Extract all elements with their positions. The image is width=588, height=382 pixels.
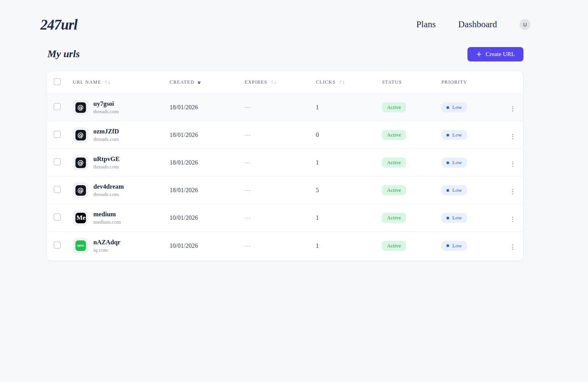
table-row[interactable]: @ uy7gsoi threads.com 18/01/2026 --- 1 A… bbox=[47, 94, 523, 121]
status-badge: Active bbox=[382, 185, 406, 195]
priority-dot-icon bbox=[446, 161, 449, 164]
status-cell: Active bbox=[382, 241, 441, 251]
status-cell: Active bbox=[382, 158, 441, 168]
url-cell: Me medium medium.com bbox=[73, 210, 170, 226]
created-date: 18/01/2026 bbox=[170, 131, 245, 138]
table-row[interactable]: @ ozmJZfD threads.com 18/01/2026 --- 0 A… bbox=[47, 121, 523, 149]
url-name[interactable]: ozmJZfD bbox=[93, 128, 119, 135]
column-header-status[interactable]: STATUS bbox=[382, 79, 441, 85]
column-header-url-name[interactable]: URL NAME ↑↓ bbox=[73, 79, 170, 85]
created-date: 10/01/2026 bbox=[170, 214, 245, 221]
site-favicon-icon: @ bbox=[75, 130, 86, 140]
status-cell: Active bbox=[382, 130, 441, 140]
url-name[interactable]: nAZAdqr bbox=[93, 238, 121, 246]
created-date: 18/01/2026 bbox=[170, 159, 245, 166]
favicon-container: Me bbox=[73, 210, 88, 226]
actions-cell bbox=[510, 157, 523, 168]
priority-dot-icon bbox=[446, 244, 449, 247]
kebab-menu-icon[interactable] bbox=[510, 132, 516, 141]
plus-icon: + bbox=[476, 51, 481, 58]
url-name[interactable]: uRtpvGE bbox=[93, 155, 120, 163]
row-checkbox[interactable] bbox=[54, 158, 61, 165]
actions-cell bbox=[510, 212, 523, 224]
table-row[interactable]: @ dev4dream threads.com 18/01/2026 --- 5… bbox=[47, 177, 523, 204]
created-date: 18/01/2026 bbox=[170, 187, 245, 194]
create-url-label: Create URL bbox=[486, 51, 515, 58]
top-bar: 247url PlansDashboard U bbox=[0, 0, 588, 37]
kebab-menu-icon[interactable] bbox=[510, 215, 516, 224]
priority-label: Low bbox=[452, 104, 462, 110]
row-checkbox-cell bbox=[54, 242, 73, 250]
user-avatar[interactable]: U bbox=[520, 19, 530, 30]
chevron-down-icon: ∨ bbox=[197, 80, 201, 85]
priority-badge: Low bbox=[441, 213, 467, 223]
url-name[interactable]: uy7gsoi bbox=[93, 100, 119, 108]
clicks-count: 1 bbox=[316, 214, 382, 221]
url-domain: threads.com bbox=[93, 136, 119, 142]
favicon-container: @ bbox=[73, 100, 88, 115]
page-title: My urls bbox=[47, 48, 80, 60]
created-date: 18/01/2026 bbox=[170, 104, 245, 111]
select-all-checkbox[interactable] bbox=[54, 78, 61, 85]
favicon-container: iQIYI bbox=[73, 238, 88, 254]
expires-value: --- bbox=[245, 104, 316, 110]
expires-value: --- bbox=[245, 132, 316, 138]
column-header-clicks[interactable]: CLICKS ↑↓ bbox=[316, 79, 382, 85]
row-checkbox[interactable] bbox=[54, 214, 61, 221]
table-row[interactable]: iQIYI nAZAdqr iq.com 10/01/2026 --- 1 Ac… bbox=[47, 232, 523, 259]
row-checkbox[interactable] bbox=[54, 131, 61, 138]
url-domain: threads.com bbox=[93, 164, 120, 170]
column-header-expires[interactable]: EXPIRES ↑↓ bbox=[245, 79, 316, 85]
brand-logo[interactable]: 247url bbox=[40, 16, 77, 33]
kebab-menu-icon[interactable] bbox=[510, 105, 516, 113]
favicon-container: @ bbox=[73, 127, 88, 143]
priority-badge: Low bbox=[441, 185, 467, 195]
table-row[interactable]: @ uRtpvGE threads.com 18/01/2026 --- 1 A… bbox=[47, 149, 523, 177]
status-cell: Active bbox=[382, 213, 441, 223]
site-favicon-icon: iQIYI bbox=[75, 240, 86, 251]
url-cell: @ dev4dream threads.com bbox=[73, 182, 170, 198]
column-header-created[interactable]: CREATED ∨ bbox=[170, 79, 245, 85]
clicks-count: 5 bbox=[316, 187, 382, 194]
status-badge: Active bbox=[382, 102, 406, 112]
kebab-menu-icon[interactable] bbox=[510, 160, 516, 168]
url-cell: @ uRtpvGE threads.com bbox=[73, 155, 170, 170]
row-checkbox-cell bbox=[54, 214, 73, 222]
row-checkbox[interactable] bbox=[54, 186, 61, 193]
favicon-container: @ bbox=[73, 155, 88, 170]
table-row[interactable]: Me medium medium.com 10/01/2026 --- 1 Ac… bbox=[47, 204, 523, 232]
column-header-priority[interactable]: PRIORITY bbox=[441, 79, 510, 85]
expires-value: --- bbox=[245, 243, 316, 249]
status-badge: Active bbox=[382, 158, 406, 168]
actions-cell bbox=[510, 185, 523, 196]
expires-value: --- bbox=[245, 215, 316, 221]
status-badge: Active bbox=[382, 241, 406, 251]
kebab-menu-icon[interactable] bbox=[510, 243, 516, 251]
urls-table-card: URL NAME ↑↓ CREATED ∨ EXPIRES ↑↓ CLICKS … bbox=[47, 71, 523, 261]
favicon-container: @ bbox=[73, 182, 88, 198]
column-header-label: URL NAME bbox=[73, 79, 101, 85]
priority-dot-icon bbox=[446, 217, 449, 219]
expires-value: --- bbox=[245, 187, 316, 193]
priority-badge: Low bbox=[441, 241, 467, 251]
kebab-menu-icon[interactable] bbox=[510, 187, 516, 196]
row-checkbox-cell bbox=[54, 158, 73, 167]
status-badge: Active bbox=[382, 213, 406, 223]
nav-item-plans[interactable]: Plans bbox=[416, 19, 436, 30]
column-header-label: CREATED bbox=[170, 79, 194, 85]
actions-cell bbox=[510, 240, 523, 251]
status-cell: Active bbox=[382, 102, 441, 112]
sort-arrows-icon: ↑↓ bbox=[270, 80, 276, 85]
priority-dot-icon bbox=[446, 106, 449, 109]
url-name[interactable]: dev4dream bbox=[93, 183, 124, 191]
url-cell: @ uy7gsoi threads.com bbox=[73, 100, 170, 115]
column-header-label: PRIORITY bbox=[441, 79, 467, 85]
priority-label: Low bbox=[452, 187, 462, 193]
url-domain: threads.com bbox=[93, 109, 119, 115]
row-checkbox[interactable] bbox=[54, 242, 61, 249]
priority-dot-icon bbox=[446, 134, 449, 137]
url-name[interactable]: medium bbox=[93, 210, 121, 218]
row-checkbox[interactable] bbox=[54, 103, 61, 110]
nav-item-dashboard[interactable]: Dashboard bbox=[458, 19, 497, 30]
create-url-button[interactable]: + Create URL bbox=[467, 47, 523, 61]
